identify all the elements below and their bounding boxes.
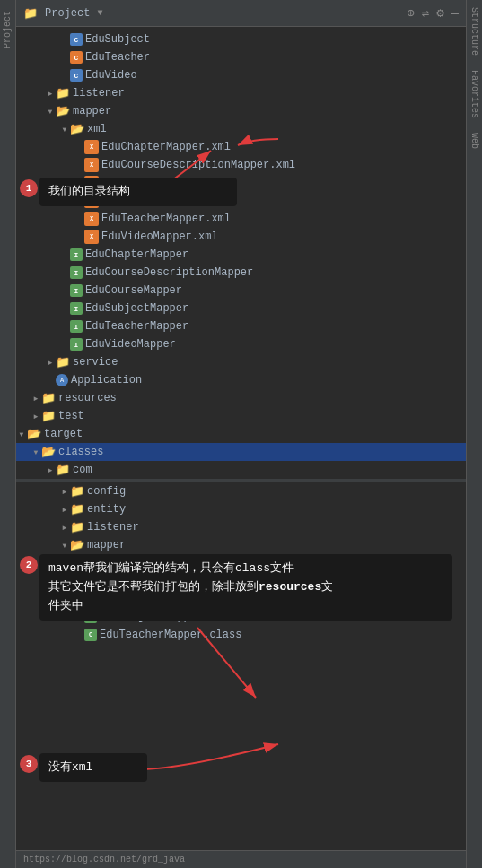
tree-row[interactable]: 📁listener [16, 518, 466, 536]
tree-row[interactable]: 📁entity [16, 500, 466, 518]
tree-row[interactable]: 📂target [16, 425, 466, 443]
tree-row[interactable]: 📁config [16, 482, 466, 500]
add-icon[interactable]: ⊕ [407, 5, 414, 21]
callout-2: maven帮我们编译完的结构，只会有class文件其它文件它是不帮我们打包的，除… [39, 554, 452, 621]
callout-badge-1: 1 [20, 179, 38, 197]
left-side-tabs: Project [0, 0, 16, 868]
leaf-arrow [74, 142, 84, 152]
expand-arrow [16, 429, 27, 439]
java-interface-icon: I [70, 266, 83, 279]
xml-icon: X [84, 212, 99, 226]
leaf-arrow [59, 249, 70, 260]
tree-row[interactable]: 📁service [16, 353, 466, 371]
tree-item-label: EduChapterMapper.xml [101, 141, 231, 153]
tree-row[interactable]: XEduTeacherMapper.xml [16, 210, 466, 228]
dropdown-arrow[interactable]: ▼ [97, 8, 102, 18]
tree-row[interactable]: XEduVideoMapper.xml [16, 228, 466, 246]
sync-icon[interactable]: ⇌ [422, 5, 429, 21]
tree-row[interactable]: CEduTeacher [16, 48, 466, 66]
tree-row[interactable]: 📁resources [16, 389, 466, 407]
folder-icon: 📁 [70, 502, 84, 516]
tree-row[interactable]: IEduSubjectMapper [16, 299, 466, 317]
tree-row[interactable]: IEduCourseDescriptionMapper [16, 264, 466, 282]
tree-row[interactable]: 📁com [16, 461, 466, 479]
tree-item-label: mapper [87, 539, 126, 551]
java-interface-icon: I [70, 284, 83, 297]
tree-row[interactable]: CEduTeacherMapper.class [16, 626, 466, 644]
tree-row[interactable]: CEduSubject [16, 30, 466, 48]
tree-item-label: EduCourseDescriptionMapper [85, 266, 253, 279]
file-tree[interactable]: CEduSubjectCEduTeacherCEduVideo📁listener… [16, 27, 466, 850]
tree-item-label: mapper [73, 105, 111, 117]
tree-item-label: EduTeacherMapper.class [100, 629, 241, 641]
folder-icon: 📁 [70, 484, 84, 499]
content-area: 📁 Project ▼ ⊕ ⇌ ⚙ — CEduSubjectCEduTeach… [16, 0, 466, 868]
minimize-icon[interactable]: — [451, 6, 459, 21]
leaf-arrow [59, 267, 70, 278]
leaf-arrow [74, 213, 84, 224]
tree-row[interactable]: 📂xml [16, 120, 466, 138]
leaf-arrow [59, 34, 70, 45]
tree-item-label: Application [71, 374, 142, 386]
settings-icon[interactable]: ⚙ [436, 5, 443, 21]
folder-open-icon: 📂 [56, 104, 70, 118]
tree-row[interactable]: XEduCourseDescriptionMapper.xml [16, 156, 466, 174]
toolbar-icons: ⊕ ⇌ ⚙ — [407, 5, 459, 21]
expand-arrow [45, 106, 56, 117]
tree-row[interactable]: IEduVideoMapper [16, 335, 466, 353]
leaf-arrow [45, 375, 56, 386]
toolbar-title: Project [45, 7, 90, 20]
favorites-tab[interactable]: Favorites [468, 63, 481, 126]
leaf-arrow [74, 231, 84, 242]
tree-item-label: EduChapterMapper [85, 248, 188, 261]
tree-item-label: EduSubjectMapper [85, 302, 188, 315]
tree-row[interactable]: 📁test [16, 407, 466, 425]
tree-row[interactable]: XEduChapterMapper.xml [16, 138, 466, 156]
java-interface-icon: I [70, 338, 83, 351]
structure-tab[interactable]: Structure [468, 0, 481, 63]
folder-icon: 📁 [56, 86, 70, 100]
folder-icon: 📁 [56, 355, 70, 369]
tree-item-label: classes [58, 446, 103, 458]
expand-arrow [31, 447, 41, 457]
tree-row[interactable]: CEduVideo [16, 66, 466, 84]
java-interface-icon: I [70, 302, 83, 315]
java-entity-icon: C [70, 33, 83, 46]
folder-open-icon: 📂 [27, 427, 41, 441]
xml-icon: X [84, 158, 99, 172]
java-interface-icon: I [70, 248, 83, 261]
tree-row[interactable]: AApplication [16, 371, 466, 389]
callout-3: 没有xml [39, 753, 147, 782]
tree-row[interactable]: 📂classes [16, 443, 466, 461]
leaf-arrow [74, 160, 84, 170]
xml-icon: X [84, 230, 99, 244]
tree-row[interactable]: 📁listener [16, 84, 466, 102]
tree-item-label: listener [73, 87, 125, 100]
bottom-bar: https://blog.csdn.net/grd_java [16, 850, 466, 868]
leaf-arrow [59, 52, 70, 63]
tree-item-label: xml [87, 123, 107, 135]
tree-row[interactable]: IEduCourseMapper [16, 282, 466, 299]
folder-open-icon: 📂 [41, 445, 56, 459]
callout-2-text: maven帮我们编译完的结构，只会有class文件其它文件它是不帮我们打包的，除… [48, 561, 333, 612]
tree-row[interactable]: IEduTeacherMapper [16, 317, 466, 335]
tree-row[interactable]: 📂mapper [16, 536, 466, 554]
tree-item-label: EduVideoMapper [85, 338, 176, 351]
xml-icon: X [84, 140, 99, 154]
web-tab[interactable]: Web [468, 126, 481, 156]
project-tab[interactable]: Project [1, 4, 14, 56]
folder-icon: 📁 [41, 391, 56, 405]
collapse-arrow [45, 464, 56, 475]
callout-3-text: 没有xml [48, 760, 92, 774]
tree-item-label: EduVideo [85, 69, 137, 82]
tree-row[interactable]: IEduChapterMapper [16, 246, 466, 264]
java-entity-icon: C [70, 69, 83, 82]
folder-icon: 📁 [41, 409, 56, 423]
right-side-tabs: Structure Favorites Web [466, 0, 482, 868]
leaf-arrow [59, 70, 70, 81]
tree-item-label: com [73, 464, 92, 476]
collapse-arrow [31, 411, 41, 421]
tree-item-label: test [58, 410, 84, 422]
tree-row[interactable]: 📂mapper [16, 102, 466, 120]
collapse-arrow [59, 522, 70, 533]
